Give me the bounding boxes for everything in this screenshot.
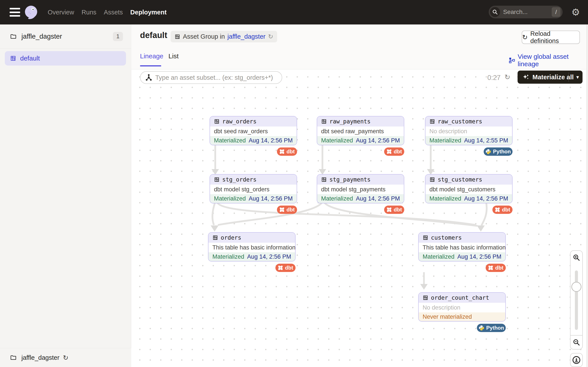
- asset-status: Materialized: [214, 195, 246, 202]
- zoom-slider-track[interactable]: [575, 270, 578, 330]
- kind-badge-dbt: dbt: [384, 148, 404, 156]
- asset-name: raw_orders: [222, 118, 257, 125]
- zoom-out-icon: [573, 339, 580, 346]
- dbt-icon: [279, 207, 285, 212]
- asset-node-stg_payments[interactable]: stg_payments dbt model stg_payments Mate…: [317, 174, 404, 203]
- kind-label: dbt: [285, 265, 293, 271]
- nav-item-runs[interactable]: Runs: [82, 9, 96, 16]
- table-icon: [321, 177, 327, 183]
- asset-node-stg_orders[interactable]: stg_orders dbt model stg_orders Material…: [209, 174, 297, 203]
- asset-timestamp: Aug 14, 2:56 PM: [249, 195, 293, 202]
- materialize-all-button[interactable]: Materialize all ▾: [518, 71, 582, 84]
- asset-status: Never materialized: [423, 314, 472, 320]
- search-icon: [490, 7, 500, 17]
- dbt-icon: [278, 265, 283, 270]
- asset-timestamp: Aug 14, 2:55 PM: [464, 137, 508, 144]
- asset-group-icon: [174, 34, 180, 40]
- asset-node-raw_orders[interactable]: raw_orders dbt seed raw_orders Materiali…: [209, 116, 297, 145]
- nav-item-overview[interactable]: Overview: [48, 9, 74, 16]
- zoom-slider-handle[interactable]: [571, 282, 581, 292]
- sidebar: jaffle_dagster 1 default jaffle_dagster …: [0, 25, 131, 367]
- gear-icon[interactable]: ⚙: [571, 7, 580, 18]
- asset-name: orders: [221, 234, 241, 241]
- asset-status: Materialized: [423, 253, 455, 260]
- zoom-in-button[interactable]: [570, 250, 583, 265]
- reload-definitions-button[interactable]: ↻ Reload definitions: [522, 31, 580, 44]
- download-image-button[interactable]: [570, 353, 583, 367]
- asset-name: raw_customers: [438, 118, 482, 125]
- scrollbar-gutter[interactable]: [587, 25, 588, 367]
- table-icon: [214, 119, 220, 124]
- asset-subset-input[interactable]: Type an asset subset... (ex: stg_orders+…: [140, 71, 282, 84]
- folder-icon: [10, 354, 17, 361]
- dbt-icon: [488, 265, 493, 270]
- search-input[interactable]: Search... /: [489, 6, 563, 18]
- top-nav: Overview Runs Assets Deployment Search..…: [0, 0, 588, 25]
- asset-timestamp: Aug 14, 2:56 PM: [464, 195, 508, 202]
- asset-description: This table has basic information about .…: [419, 243, 505, 252]
- asset-node-orders[interactable]: orders This table has basic information …: [208, 232, 295, 261]
- asset-name: order_count_chart: [431, 294, 489, 301]
- table-icon: [423, 295, 428, 300]
- reload-icon: ↻: [522, 33, 528, 41]
- asset-node-customers[interactable]: customers This table has basic informati…: [418, 232, 506, 261]
- chevron-down-icon[interactable]: ▾: [573, 74, 582, 80]
- dagster-logo[interactable]: [23, 4, 39, 20]
- nav-item-assets[interactable]: Assets: [104, 9, 123, 16]
- asset-node-raw_payments[interactable]: raw_payments dbt seed raw_payments Mater…: [317, 116, 404, 145]
- sidebar-repo-row[interactable]: jaffle_dagster 1: [0, 25, 131, 49]
- kind-badge-python: Python: [484, 148, 512, 156]
- refresh-icon[interactable]: ↻: [504, 73, 510, 81]
- dbt-icon: [387, 149, 392, 154]
- kind-badge-dbt: dbt: [486, 264, 506, 272]
- tab-lineage[interactable]: Lineage: [140, 52, 164, 60]
- table-icon: [423, 235, 428, 241]
- kind-label: dbt: [394, 207, 402, 213]
- kind-badge-dbt: dbt: [493, 206, 512, 214]
- kind-badge-dbt: dbt: [384, 206, 404, 214]
- sidebar-item-default[interactable]: default: [5, 51, 126, 66]
- table-icon: [214, 177, 220, 183]
- tab-list[interactable]: List: [168, 52, 179, 60]
- asset-subset-icon: [145, 74, 152, 81]
- refresh-icon[interactable]: ↻: [268, 33, 273, 40]
- asset-timestamp: Aug 14, 2:56 PM: [249, 137, 293, 144]
- asset-node-order_count_chart[interactable]: order_count_chart No description Never m…: [418, 292, 506, 322]
- repo-link[interactable]: jaffle_dagster: [227, 33, 266, 40]
- lineage-graph-canvas[interactable]: [131, 69, 587, 367]
- global-lineage-label: View global asset lineage: [518, 53, 588, 68]
- materialize-all-label: Materialize all: [532, 74, 574, 81]
- asset-status: Materialized: [429, 137, 461, 144]
- search-placeholder: Search...: [503, 8, 552, 16]
- asset-timestamp: Aug 14, 2:56 PM: [356, 137, 400, 144]
- asset-node-raw_customers[interactable]: raw_customers No description Materialize…: [425, 116, 512, 145]
- refresh-countdown: 0:27: [487, 74, 501, 82]
- python-icon: [479, 325, 484, 331]
- zoom-in-icon: [573, 254, 580, 261]
- subset-placeholder: Type an asset subset... (ex: stg_orders+…: [155, 74, 273, 81]
- asset-node-stg_customers[interactable]: stg_customers dbt model stg_customers Ma…: [425, 174, 512, 203]
- asset-description: dbt model stg_payments: [317, 184, 404, 194]
- nav-item-deployment[interactable]: Deployment: [130, 9, 167, 16]
- hamburger-menu-icon[interactable]: [10, 8, 20, 17]
- search-shortcut-badge: /: [552, 7, 561, 17]
- asset-description: No description: [419, 303, 505, 312]
- kind-label: dbt: [394, 149, 402, 155]
- lineage-icon: [509, 57, 515, 64]
- tag-prefix: Asset Group in: [183, 33, 225, 40]
- kind-badge-dbt: dbt: [277, 148, 297, 156]
- footer-repo-name: jaffle_dagster: [21, 354, 60, 361]
- dbt-icon: [279, 149, 285, 154]
- dbt-icon: [387, 207, 392, 212]
- table-icon: [429, 119, 435, 124]
- zoom-out-button[interactable]: [570, 335, 583, 350]
- view-global-asset-lineage-link[interactable]: View global asset lineage: [509, 53, 588, 68]
- table-icon: [321, 119, 327, 124]
- sidebar-repo-name: jaffle_dagster: [21, 33, 62, 40]
- asset-name: raw_payments: [329, 118, 371, 125]
- refresh-icon[interactable]: ↻: [63, 354, 69, 362]
- asset-status: Materialized: [429, 195, 461, 202]
- table-icon: [212, 235, 218, 241]
- asset-group-tag: Asset Group in jaffle_dagster ↻: [171, 31, 277, 42]
- kind-label: dbt: [286, 207, 295, 213]
